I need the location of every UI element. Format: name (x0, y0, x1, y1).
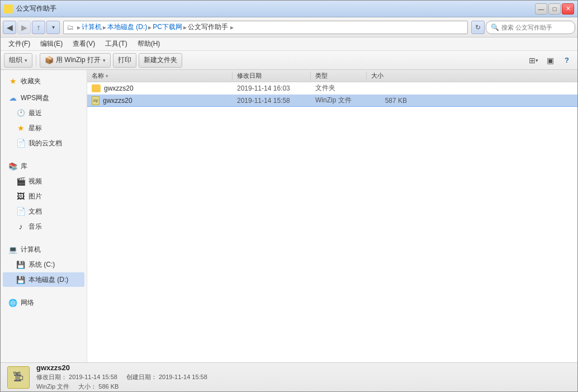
menu-view[interactable]: 查看(V) (68, 38, 100, 50)
title-bar-left: 公文写作助手 (4, 4, 56, 13)
sidebar-item-favorites[interactable]: ★ 收藏夹 (3, 74, 84, 88)
nav-bar: ◀ ▶ ↑ ▾ 🗂 ▸ 计算机 ▸ 本地磁盘 (D:) ▸ PC下载网 ▸ 公文… (1, 17, 577, 37)
status-size: 大小： 586 KB (78, 382, 119, 391)
pane-button[interactable]: ▣ (543, 54, 557, 67)
sidebar-label-music: 音乐 (29, 222, 42, 232)
title-bar-controls: — □ ✕ (535, 3, 574, 15)
table-row[interactable]: zip gwxzzs20 2019-11-14 15:58 WinZip 文件 … (87, 95, 577, 107)
breadcrumb-sep-0: ▸ (77, 23, 80, 31)
music-icon: ♪ (16, 222, 25, 231)
status-filetype: WinZip 文件 (36, 382, 69, 391)
col-size[interactable]: 大小 (367, 72, 411, 80)
up-button[interactable]: ↑ (32, 21, 45, 34)
forward-button[interactable]: ▶ (17, 21, 31, 34)
minimize-button[interactable]: — (535, 3, 547, 15)
video-icon: 🎬 (16, 177, 25, 186)
winzip-dropdown-icon: ▾ (103, 58, 106, 63)
search-bar[interactable]: 🔍 (486, 21, 575, 34)
refresh-button[interactable]: ↻ (471, 21, 485, 34)
sidebar-label-wps: WPS网盘 (21, 93, 49, 103)
col-date[interactable]: 修改日期 (233, 72, 311, 80)
back-button[interactable]: ◀ (3, 21, 16, 34)
zip-icon-1: zip (92, 96, 100, 105)
recent-button[interactable]: ▾ (46, 21, 60, 34)
col-name-label: 名称 (92, 72, 104, 79)
search-input[interactable] (501, 24, 563, 31)
sort-arrow-icon: ▾ (106, 73, 108, 79)
winzip-icon: 📦 (45, 56, 54, 64)
sidebar-label-pictures: 图片 (29, 192, 42, 201)
sidebar-label-videos: 视频 (29, 177, 42, 186)
sidebar-item-cloud-docs[interactable]: 📄 我的云文档 (3, 136, 84, 150)
status-modified: 修改日期： 2019-11-14 15:58 (36, 373, 117, 381)
organize-button[interactable]: 组织 ▾ (4, 53, 32, 68)
menu-edit[interactable]: 编辑(E) (36, 38, 67, 50)
sidebar-label-computer: 计算机 (21, 245, 41, 254)
status-modified-label: 修改日期： (36, 374, 67, 380)
file-header: 名称 ▾ 修改日期 类型 大小 (87, 70, 577, 82)
sidebar-item-computer[interactable]: 💻 计算机 (3, 242, 84, 257)
col-size-label: 大小 (371, 72, 383, 79)
starred-icon: ★ (16, 124, 25, 133)
sidebar-item-library[interactable]: 📚 库 (3, 159, 84, 173)
sidebar-item-documents[interactable]: 📄 文档 (3, 204, 84, 219)
menu-file[interactable]: 文件(F) (4, 38, 35, 50)
sidebar: ★ 收藏夹 ☁ WPS网盘 🕐 最近 ★ 星标 📄 (1, 70, 87, 362)
clock-icon: 🕐 (16, 109, 25, 117)
views-button[interactable]: ⊞ ▾ (526, 54, 541, 67)
sidebar-item-system-c[interactable]: 💾 系统 (C:) (3, 257, 84, 272)
maximize-button[interactable]: □ (548, 3, 561, 15)
col-type-label: 类型 (315, 72, 328, 79)
breadcrumb-item-3[interactable]: 公文写作助手 (188, 22, 228, 32)
title-bar: 公文写作助手 — □ ✕ (1, 1, 577, 17)
table-row[interactable]: gwxzzs20 2019-11-14 16:03 文件夹 (87, 82, 577, 95)
network-icon: 🌐 (8, 299, 17, 307)
breadcrumb[interactable]: 🗂 ▸ 计算机 ▸ 本地磁盘 (D:) ▸ PC下载网 ▸ 公文写作助手 ▸ (63, 21, 468, 34)
menu-help[interactable]: 帮助(H) (133, 38, 165, 50)
sidebar-section-library: 📚 库 🎬 视频 🖼 图片 📄 文档 ♪ 音乐 (1, 159, 87, 234)
col-type[interactable]: 类型 (311, 72, 367, 80)
status-details: 修改日期： 2019-11-14 15:58 创建日期： 2019-11-14 … (36, 373, 571, 381)
print-button[interactable]: 打印 (113, 53, 136, 68)
menu-tools[interactable]: 工具(T) (101, 38, 131, 50)
sidebar-item-pictures[interactable]: 🖼 图片 (3, 189, 84, 204)
status-modified-value: 2019-11-14 15:58 (69, 374, 117, 380)
zip-thumb-icon: 🗜 (13, 371, 24, 383)
organize-label: 组织 (9, 55, 22, 65)
sidebar-label-favorites: 收藏夹 (21, 77, 41, 86)
main-layout: ★ 收藏夹 ☁ WPS网盘 🕐 最近 ★ 星标 📄 (1, 70, 577, 362)
help-button[interactable]: ? (560, 54, 574, 67)
sidebar-item-network[interactable]: 🌐 网络 (3, 295, 84, 310)
breadcrumb-sep-3: ▸ (183, 23, 187, 31)
winzip-open-button[interactable]: 📦 用 WinZip 打开 ▾ (40, 53, 111, 68)
sidebar-item-wps[interactable]: ☁ WPS网盘 (3, 91, 84, 105)
file-cell-date-1: 2019-11-14 16:03 (233, 84, 311, 92)
breadcrumb-item-2[interactable]: PC下载网 (153, 22, 182, 32)
breadcrumb-sep-2: ▸ (148, 23, 151, 31)
file-cell-date-2: 2019-11-14 15:58 (233, 97, 311, 105)
breadcrumb-item-1[interactable]: 本地磁盘 (D:) (107, 22, 147, 32)
toolbar-sep-1 (36, 55, 36, 66)
sidebar-item-music[interactable]: ♪ 音乐 (3, 219, 84, 234)
sidebar-item-local-d[interactable]: 💾 本地磁盘 (D:) (3, 272, 84, 287)
sidebar-item-recent[interactable]: 🕐 最近 (3, 106, 84, 120)
status-filename: gwxzzs20 (36, 363, 571, 372)
window-title: 公文写作助手 (16, 4, 56, 13)
file-cell-name-1: gwxzzs20 (87, 84, 233, 92)
status-bar: 🗜 gwxzzs20 修改日期： 2019-11-14 15:58 创建日期： … (1, 362, 577, 391)
picture-icon: 🖼 (16, 192, 25, 201)
col-name[interactable]: 名称 ▾ (87, 72, 233, 80)
sidebar-label-library: 库 (21, 162, 27, 171)
close-button[interactable]: ✕ (562, 3, 574, 15)
col-date-label: 修改日期 (237, 72, 262, 79)
sidebar-item-videos[interactable]: 🎬 视频 (3, 174, 84, 188)
file-name-1: gwxzzs20 (104, 84, 134, 92)
status-created-label: 创建日期： (126, 374, 157, 380)
breadcrumb-item-0[interactable]: 计算机 (82, 22, 102, 32)
views-dropdown: ▾ (536, 58, 538, 63)
drive-c-icon: 💾 (16, 261, 25, 269)
sidebar-label-system-c: 系统 (C:) (29, 260, 55, 270)
sidebar-divider-1 (1, 153, 87, 158)
new-folder-button[interactable]: 新建文件夹 (139, 53, 182, 68)
sidebar-item-starred[interactable]: ★ 星标 (3, 121, 84, 135)
